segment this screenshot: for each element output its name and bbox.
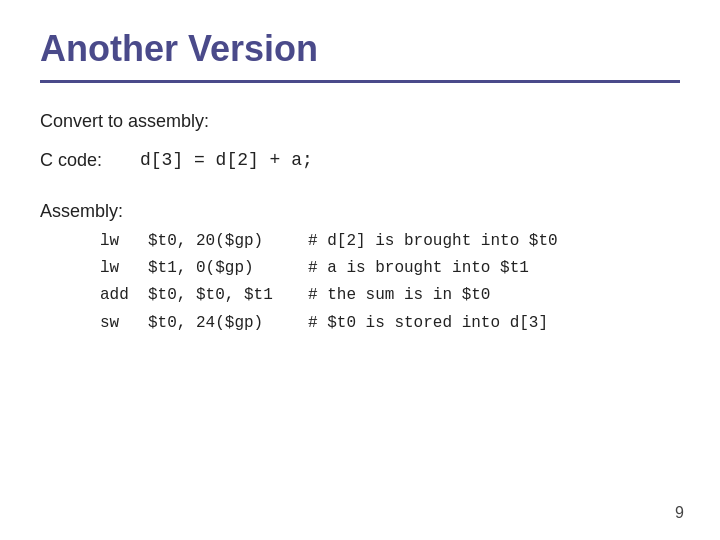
asm-op: lw: [100, 255, 148, 282]
page-number: 9: [675, 504, 684, 522]
asm-op: lw: [100, 228, 148, 255]
asm-args: $t0, 20($gp): [148, 228, 308, 255]
asm-args: $t0, $t0, $t1: [148, 282, 308, 309]
assembly-table: lw$t0, 20($gp)# d[2] is brought into $t0…: [100, 228, 680, 337]
asm-op: sw: [100, 310, 148, 337]
ccode-row: C code: d[3] = d[2] + a;: [40, 150, 680, 171]
convert-label: Convert to assembly:: [40, 111, 680, 132]
asm-args: $t0, 24($gp): [148, 310, 308, 337]
asm-op: add: [100, 282, 148, 309]
asm-comment: # $t0 is stored into d[3]: [308, 310, 548, 337]
assembly-row: lw$t0, 20($gp)# d[2] is brought into $t0: [100, 228, 680, 255]
asm-comment: # the sum is in $t0: [308, 282, 490, 309]
assembly-row: lw$t1, 0($gp)# a is brought into $t1: [100, 255, 680, 282]
slide: Another Version Convert to assembly: C c…: [0, 0, 720, 540]
assembly-row: add$t0, $t0, $t1# the sum is in $t0: [100, 282, 680, 309]
assembly-row: sw$t0, 24($gp)# $t0 is stored into d[3]: [100, 310, 680, 337]
assembly-block: Assembly: lw$t0, 20($gp)# d[2] is brough…: [40, 201, 680, 337]
slide-title: Another Version: [40, 28, 680, 70]
asm-comment: # d[2] is brought into $t0: [308, 228, 558, 255]
ccode-value: d[3] = d[2] + a;: [140, 150, 313, 171]
title-divider: [40, 80, 680, 83]
assembly-label: Assembly:: [40, 201, 680, 222]
asm-comment: # a is brought into $t1: [308, 255, 529, 282]
ccode-label: C code:: [40, 150, 120, 171]
asm-args: $t1, 0($gp): [148, 255, 308, 282]
